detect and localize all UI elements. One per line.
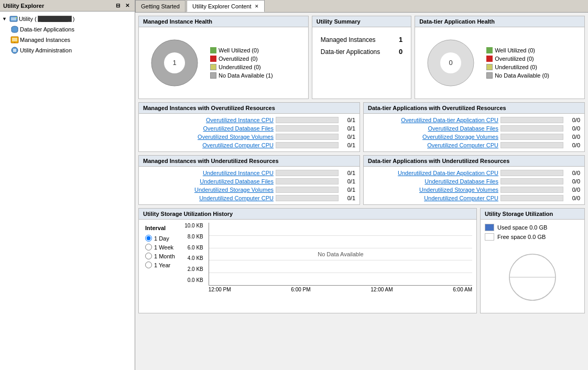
storage-history-title: Utility Storage Utilization History (143, 211, 233, 217)
datatier-under-title: Data-tier Applications with Underutilize… (368, 158, 509, 164)
tree-item-data-tier-apps[interactable]: Data-tier Applications (0, 24, 135, 35)
du-storage-label[interactable]: Underutilized Storage Volumes (383, 187, 498, 193)
storage-history-panel: Utility Storage Utilization History Inte… (138, 208, 477, 313)
managed-over-cpu-ratio: 0/1 (341, 117, 355, 123)
du-cpu-label[interactable]: Underutilized Data-tier Application CPU (383, 170, 498, 176)
utility-summary-panel: Utility Summary Managed Instances 1 Data… (312, 16, 411, 99)
tree-item-utility-admin[interactable]: Utility Administration (0, 45, 135, 56)
app-wrapper: Utility Explorer ⊟ ✕ ▼ Utility ( ███████… (0, 0, 588, 370)
tab-getting-started[interactable]: Getting Started (135, 0, 186, 12)
du-storage-bar (500, 187, 563, 193)
tab-getting-started-label: Getting Started (141, 3, 180, 9)
mu-cpu-label[interactable]: Underutilized Instance CPU (158, 170, 274, 176)
mu-cpu-bar (276, 170, 339, 176)
managed-over-cpu-bar (276, 117, 339, 123)
managed-over-cpu-label[interactable]: Overutilized Instance CPU (158, 117, 274, 123)
managed-over-storage-ratio: 0/1 (341, 134, 355, 140)
storage-util-title: Utility Storage Utilization (485, 211, 553, 217)
tree-label-managed: Managed Instances (20, 37, 70, 43)
managed-over-dbfiles-label[interactable]: Overutilized Database Files (158, 125, 274, 132)
datatier-legend: Well Utilized (0) Overutilized (0) Under… (486, 47, 549, 79)
svg-point-6 (14, 42, 15, 43)
dt-over-cpu-label[interactable]: Overutilized Data-tier Application CPU (383, 117, 498, 123)
datatier-over-title: Data-tier Applications with Overutilized… (368, 105, 506, 111)
legend-overutilized: Overutilized (0) (210, 56, 273, 62)
managed-over-storage-label[interactable]: Overutilized Storage Volumes (158, 134, 274, 140)
mu-storage-label[interactable]: Underutilized Storage Volumes (158, 187, 274, 193)
legend-underutilized: Underutilized (0) (210, 64, 273, 70)
utility-server-icon (9, 15, 18, 23)
summary-managed-value: 1 (399, 36, 402, 43)
mu-compcpu-label[interactable]: Underutilized Computer CPU (158, 195, 274, 201)
dt-over-storage-label[interactable]: Overutilized Storage Volumes (383, 134, 498, 140)
du-dbfiles-label[interactable]: Underutilized Database Files (383, 178, 498, 184)
free-space-swatch (485, 233, 494, 241)
utility-admin-icon (10, 46, 19, 55)
tree-item-managed-instances[interactable]: Managed Instances (0, 35, 135, 45)
interval-1day-radio[interactable] (145, 235, 152, 242)
left-panel-title: Utility Explorer ⊟ ✕ (0, 0, 135, 12)
legend-under-label: Underutilized (0) (219, 64, 261, 70)
grid-line-4 (209, 273, 472, 273)
mu-cpu-ratio: 0/1 (341, 170, 355, 176)
grid-line-1 (209, 235, 472, 236)
data-tier-icon (10, 25, 19, 34)
close-panel-icon[interactable]: ✕ (123, 2, 132, 10)
used-space-swatch (485, 224, 494, 231)
managed-over-storage-bar (276, 134, 339, 140)
tree-expand-root[interactable]: ▼ (2, 16, 8, 21)
tab-close-icon[interactable]: ✕ (255, 4, 259, 9)
dt-legend-gray-dot (486, 72, 493, 79)
tree-area: ▼ Utility ( ████████ ) Data-tier Applica… (0, 12, 135, 370)
managed-over-compcpu-label[interactable]: Overutilized Computer CPU (158, 142, 274, 148)
interval-1month-radio[interactable] (145, 253, 152, 259)
interval-1day[interactable]: 1 Day (145, 234, 175, 242)
summary-managed-row: Managed Instances 1 (321, 36, 402, 43)
tree-label-root: Utility ( (19, 16, 37, 22)
dt-over-compcpu-bar (500, 142, 563, 148)
x-axis: 12:00 PM 6:00 PM 12:00 AM 6:00 AM (209, 286, 472, 292)
interval-title: Interval (145, 225, 175, 231)
dt-over-row-0: Overutilized Data-tier Application CPU 0… (368, 117, 580, 123)
legend-nodata: No Data Available (1) (210, 72, 273, 79)
legend-yellow-dot (210, 64, 216, 70)
managed-over-header: Managed Instances with Overutilized Reso… (139, 103, 360, 114)
interval-1month[interactable]: 1 Month (145, 252, 175, 260)
interval-area: Interval 1 Day 1 Week 1 Mo (143, 223, 177, 292)
legend-well-utilized: Well Utilized (0) (210, 47, 273, 53)
dt-legend-green-dot (486, 47, 493, 53)
tree-item-utility-root[interactable]: ▼ Utility ( ████████ ) (0, 14, 135, 24)
mu-dbfiles-label[interactable]: Underutilized Database Files (158, 178, 274, 184)
dt-legend-well-label: Well Utilized (0) (495, 47, 535, 53)
managed-under-header: Managed Instances with Underutilized Res… (139, 156, 360, 167)
dt-over-storage-bar (500, 134, 563, 140)
mu-storage-bar (276, 187, 339, 193)
dt-over-compcpu-label[interactable]: Overutilized Computer CPU (383, 142, 498, 148)
interval-1week-radio[interactable] (145, 244, 152, 251)
dt-over-dbfiles-label[interactable]: Overutilized Database Files (383, 125, 498, 132)
storage-util-header: Utility Storage Utilization (481, 209, 584, 220)
du-compcpu-label[interactable]: Underutilized Computer CPU (383, 195, 498, 201)
resource-row-1: Overutilized Database Files 0/1 (143, 125, 355, 132)
dt-over-compcpu-ratio: 0/0 (565, 142, 580, 148)
dt-legend-over-label: Overutilized (0) (495, 56, 534, 62)
tab-utility-explorer-content[interactable]: Utility Explorer Content ✕ (187, 0, 265, 12)
chart-plot-area: No Data Available (209, 223, 472, 286)
util-legend-free: Free space 0.0 GB (485, 233, 580, 241)
y-axis: 10.0 KB 8.0 KB 6.0 KB 4.0 KB 2.0 KB 0.0 … (180, 223, 205, 283)
interval-1year-radio[interactable] (145, 262, 152, 268)
pin-icon[interactable]: ⊟ (114, 2, 122, 10)
util-pie-chart (506, 251, 559, 303)
y-label-4: 2.0 KB (180, 266, 203, 272)
x-label-3: 6:00 AM (453, 287, 472, 292)
x-label-1: 6:00 PM (291, 287, 310, 292)
interval-1week[interactable]: 1 Week (145, 243, 175, 251)
mu-dbfiles-ratio: 0/1 (341, 178, 355, 184)
datatier-health-content: 0 Well Utilized (0) Overutilized (0) (415, 27, 584, 99)
summary-datatier-row: Data-tier Applications 0 (321, 48, 402, 56)
du-compcpu-ratio: 0/0 (565, 195, 580, 201)
svg-text:1: 1 (172, 59, 176, 67)
free-space-label: Free space 0.0 GB (497, 234, 546, 240)
utility-summary-header: Utility Summary (312, 16, 411, 27)
interval-1year[interactable]: 1 Year (145, 261, 175, 269)
